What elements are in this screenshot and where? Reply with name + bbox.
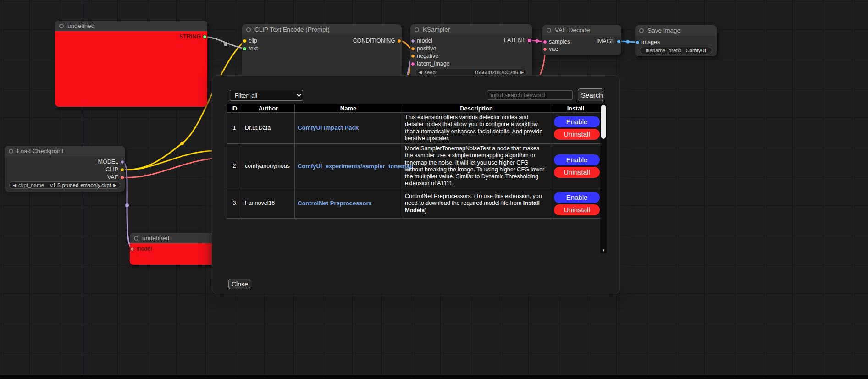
output-port-vae[interactable] (120, 176, 124, 180)
node-collapse-dot[interactable] (134, 236, 138, 241)
output-port-image[interactable] (617, 39, 621, 44)
wire-dot-image (626, 40, 630, 44)
output-port-conditioning[interactable] (397, 39, 401, 43)
uninstall-button[interactable]: Uninstall (554, 129, 600, 140)
node-load-checkpoint[interactable]: Load Checkpoint MODEL CLIP VAE ◀ ckpt_na… (5, 146, 125, 192)
enable-button[interactable]: Enable (554, 154, 600, 165)
extension-link[interactable]: ComfyUI Impact Pack (298, 124, 359, 131)
output-port-model[interactable] (120, 160, 124, 164)
header-install: Install (551, 104, 601, 113)
output-port-string[interactable] (203, 35, 207, 39)
node-collapse-dot[interactable] (9, 149, 13, 154)
cell-author: comfyanonymous (242, 144, 295, 189)
input-label-model: model (417, 38, 432, 44)
ckpt-decrement-arrow[interactable]: ◀ (13, 181, 16, 189)
input-label-clip: clip (249, 38, 257, 44)
node-vae-decode[interactable]: VAE Decode samples vae IMAGE (542, 25, 621, 55)
input-label-samples: samples (549, 38, 570, 45)
enable-button[interactable]: Enable (554, 116, 600, 127)
filename-widget-value: ComfyUI (686, 48, 706, 53)
wire-dot-string (224, 43, 227, 46)
wire-dot-model (125, 203, 129, 207)
uninstall-button[interactable]: Uninstall (554, 204, 600, 215)
input-label-images: images (641, 39, 660, 45)
node-collapse-dot[interactable] (639, 28, 644, 33)
node-title: CLIP Text Encode (Prompt) (254, 26, 330, 33)
input-port-negative[interactable] (411, 54, 415, 58)
cell-author: Fannovel16 (242, 189, 295, 218)
search-button[interactable]: Search (578, 88, 603, 101)
output-label-model: MODEL (98, 159, 118, 165)
filter-select[interactable]: Filter: all (230, 90, 303, 101)
input-label-model: model (136, 246, 152, 252)
input-port-positive[interactable] (411, 47, 415, 51)
ckpt-name-widget[interactable]: ◀ ckpt_name v1-5-pruned-emaonly.ckpt ▶ (9, 181, 120, 189)
header-description: Description (402, 104, 551, 113)
extension-row: 2 comfyanonymous ComfyUI_experiments/sam… (227, 144, 601, 189)
scrollbar-down-arrow[interactable]: ▼ (600, 248, 607, 253)
node-collapse-dot[interactable] (547, 28, 551, 33)
input-port-images[interactable] (636, 40, 640, 44)
input-port-text[interactable] (243, 47, 247, 51)
node-title: KSampler (423, 26, 450, 33)
filename-prefix-widget[interactable]: filename_prefix ComfyUI (640, 47, 712, 54)
bottom-bar (0, 375, 868, 379)
header-name: Name (295, 104, 402, 113)
output-port-latent[interactable] (527, 38, 531, 43)
output-label-latent: LATENT (504, 37, 525, 44)
extension-row: 1 Dr.Lt.Data ComfyUI Impact Pack This ex… (227, 113, 601, 144)
cell-description: This extension offers various detector n… (402, 113, 551, 144)
extensions-table: ID Author Name Description Install 1 Dr.… (227, 104, 601, 219)
wire-dot-latent (536, 39, 539, 43)
input-label-vae: vae (549, 46, 558, 52)
cell-description: ModelSamplerTonemapNoiseTest a node that… (402, 144, 551, 189)
cell-id: 3 (227, 189, 242, 218)
close-button[interactable]: Close (228, 279, 250, 289)
input-port-vae[interactable] (543, 47, 547, 51)
output-label-vae: VAE (107, 174, 118, 181)
input-port-model[interactable] (130, 247, 134, 251)
node-undefined-top[interactable]: undefined STRING (55, 21, 207, 107)
output-label-image: IMAGE (597, 38, 615, 44)
header-author: Author (242, 104, 295, 113)
wire-string-to-text (205, 37, 245, 49)
input-port-latent-image[interactable] (411, 62, 415, 66)
input-label-negative: negative (417, 53, 438, 59)
error-node-body (55, 31, 207, 107)
ckpt-widget-value: v1-5-pruned-emaonly.ckpt (50, 182, 111, 188)
node-save-image[interactable]: Save Image images filename_prefix ComfyU… (635, 25, 717, 56)
cell-author: Dr.Lt.Data (242, 113, 295, 144)
input-port-clip[interactable] (243, 39, 247, 43)
ckpt-widget-name: ckpt_name (18, 182, 44, 188)
custom-nodes-manager-dialog: Filter: all Search ID Author Name Descri… (212, 75, 620, 294)
cell-id: 1 (227, 113, 242, 144)
scrollbar-thumb[interactable] (601, 105, 606, 139)
filename-widget-name: filename_prefix (646, 48, 681, 53)
node-collapse-dot[interactable] (59, 24, 64, 28)
extension-link[interactable]: ComfyUI_experiments/sampler_tonemap (298, 163, 413, 170)
input-label-text: text (249, 45, 258, 52)
seed-widget-value: 156680208700286 (474, 70, 518, 75)
seed-widget-name: seed (424, 70, 436, 75)
uninstall-button[interactable]: Uninstall (554, 167, 600, 178)
input-port-model[interactable] (411, 39, 415, 43)
node-title: undefined (67, 22, 94, 29)
extension-link[interactable]: ControlNet Preprocessors (298, 200, 372, 207)
cell-description: ControlNet Preprocessors. (To use this e… (402, 189, 551, 218)
output-label-conditioning: CONDITIONING (353, 38, 395, 44)
comfyui-canvas: undefined STRING CLIP Text Encode (Promp… (0, 0, 868, 379)
node-undefined-bottom[interactable]: undefined model (130, 233, 220, 265)
header-id: ID (227, 104, 242, 113)
table-scrollbar[interactable]: ▼ (600, 104, 607, 253)
input-label-latent-image: latent_image (417, 60, 450, 67)
output-label-clip: CLIP (105, 166, 118, 173)
enable-button[interactable]: Enable (554, 192, 600, 203)
table-header-row: ID Author Name Description Install (227, 104, 601, 113)
node-collapse-dot[interactable] (415, 27, 419, 32)
search-input[interactable] (487, 90, 573, 100)
input-port-samples[interactable] (543, 40, 547, 44)
output-port-clip[interactable] (120, 168, 124, 172)
wire-dot-clip (180, 142, 184, 145)
ckpt-increment-arrow[interactable]: ▶ (113, 181, 116, 189)
node-collapse-dot[interactable] (246, 27, 251, 32)
